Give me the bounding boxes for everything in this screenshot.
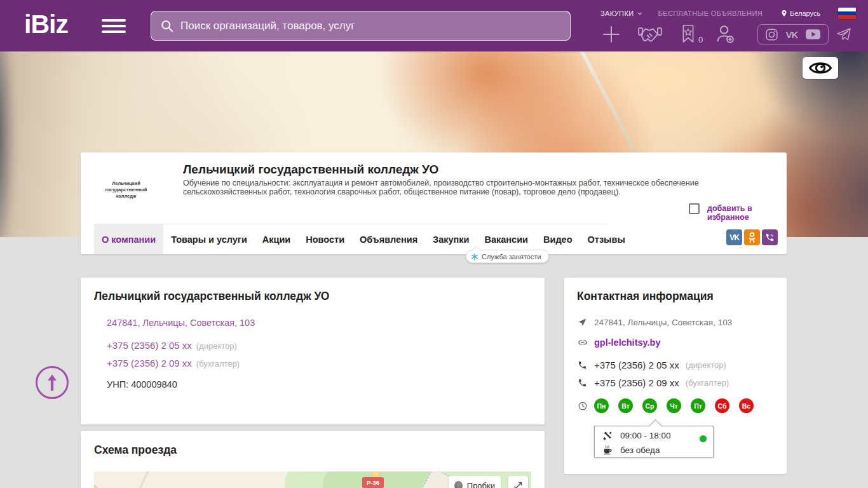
company-unp: УНП: 400009840 <box>107 379 177 390</box>
map-fullscreen-button[interactable] <box>508 476 528 488</box>
company-card: Лельчицкий государственный колледж Лельч… <box>81 152 787 254</box>
traffic-light-icon <box>454 481 463 488</box>
top-header: iBiz ЗАКУПКИ БЕСПЛАТНЫЕ ОБЪЯВЛЕНИЯ Белар… <box>0 0 868 51</box>
free-ads-link[interactable]: БЕСПЛАТНЫЕ ОБЪЯВЛЕНИЯ <box>658 10 763 17</box>
add-company-plus-icon[interactable] <box>600 24 622 45</box>
map-title: Схема проезда <box>94 444 177 457</box>
day-pill-wed[interactable]: Ср <box>642 398 657 413</box>
lunch-value: без обеда <box>620 445 660 455</box>
arrow-up-icon <box>44 373 60 392</box>
website-link[interactable]: gpl-lelchitsy.by <box>594 337 660 348</box>
about-address-link[interactable]: 247841, Лельчицы, Советская, 103 <box>107 318 255 328</box>
map-canvas[interactable]: Р-36 Пробки <box>94 471 531 488</box>
zakupki-label: ЗАКУПКИ <box>600 10 634 17</box>
language-flag-ru[interactable] <box>838 8 856 19</box>
traffic-button[interactable]: Пробки <box>449 476 501 488</box>
person-add-icon[interactable] <box>714 24 736 45</box>
tab-reviews[interactable]: Отзывы <box>580 224 633 254</box>
about-card: Лельчицкий государственный колледж УО 24… <box>81 278 545 424</box>
telegram-icon[interactable] <box>836 27 851 42</box>
employment-service-tooltip: Служба занятости <box>466 250 549 263</box>
chevron-down-icon <box>637 10 643 17</box>
search-bar <box>151 11 571 41</box>
open-now-dot <box>700 435 707 442</box>
working-hours-clock-icon <box>577 401 588 411</box>
handshake-icon[interactable] <box>638 25 662 45</box>
tab-products[interactable]: Товары и услуги <box>163 224 255 254</box>
road-badge: Р-36 <box>362 477 384 488</box>
working-hours-popover: 09:00 - 18:00 без обеда <box>594 426 714 458</box>
day-pill-mon[interactable]: Пн <box>594 398 609 413</box>
site-logo[interactable]: iBiz <box>24 10 68 39</box>
contact-address: 247841, Лельчицы, Советская, 103 <box>594 318 732 327</box>
instagram-icon[interactable] <box>765 28 778 41</box>
scroll-to-top-button[interactable] <box>36 366 69 399</box>
phone-director-link[interactable]: +375 (2356) 2 05 xx <box>107 340 192 351</box>
day-pill-tue[interactable]: Вт <box>618 398 633 413</box>
contact-info-card: Контактная информация 247841, Лельчицы, … <box>564 278 787 474</box>
coffee-cup-icon <box>602 445 613 456</box>
link-icon <box>577 337 588 348</box>
search-icon <box>160 19 174 33</box>
header-links: ЗАКУПКИ БЕСПЛАТНЫЕ ОБЪЯВЛЕНИЯ Беларусь <box>600 8 855 18</box>
country-label: Беларусь <box>790 10 820 17</box>
tab-news[interactable]: Новости <box>298 224 352 254</box>
location-pin-icon <box>780 9 788 18</box>
map-lane <box>116 471 150 488</box>
youtube-icon[interactable] <box>805 28 821 41</box>
search-input[interactable] <box>180 20 561 32</box>
asterisk-icon <box>471 253 478 261</box>
phone-director-note: (директор) <box>196 341 237 351</box>
ok-share-icon[interactable] <box>744 229 760 245</box>
accessibility-eye-button[interactable] <box>803 57 838 79</box>
contact-phone-accountant[interactable]: +375 (2356) 2 09 xx <box>594 377 679 388</box>
page: iBiz ЗАКУПКИ БЕСПЛАТНЫЕ ОБЪЯВЛЕНИЯ Белар… <box>0 0 868 488</box>
traffic-label: Пробки <box>467 481 495 488</box>
working-hours-value: 09:00 - 18:00 <box>620 431 671 440</box>
day-pill-thu[interactable]: Чт <box>667 398 681 413</box>
navigation-arrow-icon <box>577 318 588 327</box>
flag-stripe-red <box>838 15 856 19</box>
employment-service-label: Служба занятости <box>482 253 541 261</box>
day-pill-sat[interactable]: Сб <box>715 398 729 413</box>
day-pill-fri[interactable]: Пт <box>691 398 705 413</box>
favorite-checkbox[interactable] <box>689 203 700 214</box>
map-card: Схема проезда Р-36 Пробки <box>81 431 545 488</box>
vk-share-icon[interactable]: VK <box>726 229 742 245</box>
expand-icon <box>513 481 523 488</box>
phone-icon <box>577 360 588 370</box>
menu-hamburger-icon[interactable] <box>102 19 126 36</box>
phone-icon <box>577 378 588 388</box>
eye-icon <box>809 60 832 76</box>
tab-about[interactable]: О компании <box>94 224 163 254</box>
contact-phone-director-note: (директор) <box>686 360 726 370</box>
company-name: Лельчицкий государственный колледж УО <box>183 163 438 177</box>
tab-promos[interactable]: Акции <box>255 224 298 254</box>
company-logo: Лельчицкий государственный колледж <box>94 161 158 219</box>
phone-accountant-note: (бухгалтер) <box>196 359 240 369</box>
day-pill-sun[interactable]: Вс <box>739 398 754 413</box>
viber-share-icon[interactable] <box>762 229 778 245</box>
tab-ads[interactable]: Объявления <box>352 224 425 254</box>
vk-icon[interactable]: VK <box>786 29 798 40</box>
tools-icon <box>602 430 613 441</box>
contact-phone-accountant-note: (бухгалтер) <box>686 378 729 388</box>
about-title: Лельчицкий государственный колледж УО <box>94 290 329 303</box>
add-favorite-label[interactable]: добавить в избранное <box>707 204 787 222</box>
contact-phone-director[interactable]: +375 (2356) 2 05 xx <box>594 360 679 370</box>
country-selector[interactable]: Беларусь <box>780 9 820 18</box>
favorites-count: 0 <box>698 35 703 44</box>
bookmark-star-icon[interactable] <box>680 24 696 44</box>
contact-info-title: Контактная информация <box>577 290 714 303</box>
header-social-box: VK <box>757 24 829 44</box>
phone-accountant-link[interactable]: +375 (2356) 2 09 xx <box>107 358 192 369</box>
company-description: Обучение по специальности: эксплуатация … <box>183 179 779 196</box>
zakupki-menu[interactable]: ЗАКУПКИ <box>600 10 643 17</box>
